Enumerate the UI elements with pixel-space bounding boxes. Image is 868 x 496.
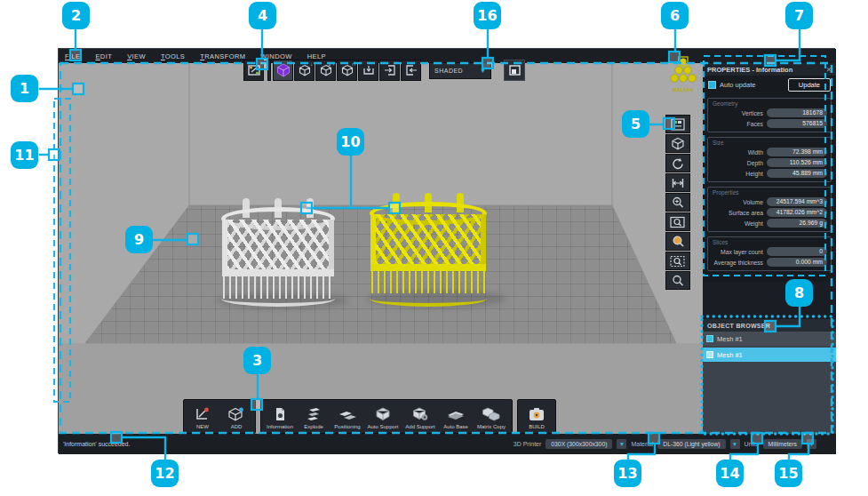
volume-field[interactable]: 24517.594 mm^3: [767, 197, 827, 206]
brand-logo: MALYAN: [663, 56, 704, 100]
surface-area-field[interactable]: 41782.026 mm^2: [767, 208, 827, 217]
positioning-button[interactable]: Positioning: [331, 402, 363, 431]
callout-badge-15: 15: [775, 460, 802, 487]
max-layer-count-row: Max layer count 0: [712, 247, 827, 256]
ball-pyramid-logo-icon: [665, 56, 701, 86]
properties-panel-button[interactable]: [665, 115, 690, 133]
matrix-copy-button[interactable]: Matrix Copy: [474, 402, 509, 431]
file-actions-group: NEW ADD: [183, 399, 256, 434]
view-toolbar: ↓ ⤺ ∩ SHADED ▼: [243, 59, 525, 82]
add-support-button[interactable]: Add Support: [402, 402, 438, 431]
view-top-button[interactable]: ∩: [337, 60, 357, 81]
menu-item-file[interactable]: FILE: [65, 52, 80, 60]
height-field[interactable]: 45.889 mm: [767, 169, 827, 178]
auto-support-button[interactable]: Auto Support: [365, 402, 401, 431]
depth-field[interactable]: 110.526 mm: [767, 158, 827, 167]
weight-field[interactable]: 26.969 g: [767, 219, 827, 228]
faces-field[interactable]: 576815: [767, 119, 827, 128]
action-toolbar: NEW ADD Information: [183, 399, 556, 434]
new-button[interactable]: NEW: [187, 402, 219, 431]
material-dropdown-arrow-icon[interactable]: ▼: [730, 439, 740, 449]
menu-item-edit[interactable]: EDIT: [95, 52, 112, 60]
callout-badge-5: 5: [622, 110, 649, 138]
menu-item-transform[interactable]: TRANSFORM: [200, 52, 245, 60]
volume-label: Volume: [712, 199, 767, 205]
add-button[interactable]: ADD: [220, 402, 252, 431]
printer-select[interactable]: 030X (300x300x300): [545, 439, 612, 449]
scale-button[interactable]: [665, 173, 690, 192]
surface-area-label: Surface area: [712, 210, 767, 216]
material-select[interactable]: DL-360 (Light yellow): [657, 439, 725, 449]
size-group: Size Width 72.398 mm Depth 110.526 mm He…: [707, 137, 832, 182]
view-bottom-button[interactable]: [358, 60, 378, 81]
zoom-extents-button[interactable]: [665, 271, 690, 290]
auto-base-label: Auto Base: [443, 424, 468, 429]
rotate-icon: [671, 156, 685, 170]
chevron-down-icon: ▼: [480, 68, 486, 74]
max-layer-count-field[interactable]: 0: [767, 247, 827, 256]
faces-label: Faces: [712, 121, 767, 127]
callout-badge-4: 4: [249, 2, 276, 29]
callout-badge-10: 10: [337, 128, 364, 156]
information-icon: [271, 406, 289, 422]
zoom-selection-button[interactable]: [665, 252, 690, 270]
snapshot-button[interactable]: [504, 60, 525, 81]
close-icon[interactable]: ✕: [826, 66, 832, 74]
add-label: ADD: [231, 424, 243, 429]
vertices-field[interactable]: 181678: [767, 108, 827, 117]
height-label: Height: [712, 171, 767, 177]
callout-badge-11: 11: [11, 141, 38, 169]
shade-mode-value: SHADED: [434, 68, 463, 74]
visibility-checkbox[interactable]: [706, 351, 713, 358]
average-thickness-field[interactable]: 0.000 mm: [767, 258, 827, 267]
viewport-3d[interactable]: [59, 63, 703, 434]
height-row: Height 45.889 mm: [712, 169, 827, 178]
matrix-copy-icon: [482, 406, 501, 422]
view-rotate-button[interactable]: ⤺: [315, 60, 336, 81]
model-mesh-yellow[interactable]: [370, 193, 487, 301]
model-mesh-white[interactable]: [221, 198, 335, 301]
model-bottom-rim: [370, 291, 487, 307]
auto-base-button[interactable]: Auto Base: [440, 402, 472, 431]
zoom-in-button[interactable]: [665, 193, 690, 212]
object-browser-title: OBJECT BROWSER: [703, 319, 836, 332]
build-button[interactable]: BUILD: [521, 402, 553, 431]
zoom-object-button[interactable]: [665, 232, 690, 251]
properties-panel-icon: [671, 118, 685, 131]
shade-mode-dropdown[interactable]: SHADED ▼: [429, 62, 491, 79]
units-dropdown-arrow-icon[interactable]: ▼: [807, 439, 816, 449]
model-bottom-rim: [221, 291, 335, 307]
information-button[interactable]: Information: [264, 402, 296, 431]
update-button[interactable]: Update: [788, 78, 831, 92]
fit-to-screen-button[interactable]: [243, 60, 264, 81]
view-shaded-button[interactable]: [273, 60, 293, 81]
units-select[interactable]: Millimeters: [763, 439, 802, 449]
information-label: Information: [267, 424, 293, 429]
auto-update-checkbox[interactable]: [708, 81, 716, 89]
callout-badge-9: 9: [125, 226, 153, 253]
printer-dropdown-arrow-icon[interactable]: ▼: [617, 439, 626, 449]
zoom-window-button[interactable]: [665, 212, 690, 231]
object-browser-item-2-selected[interactable]: Mesh #1: [703, 348, 836, 362]
menu-item-view[interactable]: VIEW: [127, 52, 146, 60]
menu-item-tools[interactable]: TOOLS: [161, 52, 185, 60]
object-browser-item-1[interactable]: Mesh #1: [703, 332, 836, 346]
build-group: BUILD: [517, 399, 556, 434]
view-left-button[interactable]: [401, 60, 421, 81]
add-support-icon: [411, 406, 429, 422]
width-label: Width: [712, 149, 767, 156]
depth-row: Depth 110.526 mm: [712, 158, 827, 167]
properties-panel-title: PROPERTIES - Information: [707, 66, 792, 74]
object-mode-button[interactable]: [665, 134, 690, 153]
view-isometric-button[interactable]: ↓: [294, 60, 315, 81]
rotate-view-button[interactable]: [665, 154, 690, 172]
view-right-button[interactable]: [379, 60, 400, 81]
width-row: Width 72.398 mm: [712, 148, 827, 156]
callout-badge-7: 7: [785, 2, 813, 29]
object-label: Mesh #1: [717, 351, 743, 359]
visibility-checkbox[interactable]: [706, 335, 713, 342]
width-field[interactable]: 72.398 mm: [767, 148, 827, 156]
explode-button[interactable]: Explode: [298, 402, 330, 431]
zoom-object-icon: [671, 235, 685, 248]
max-layer-count-label: Max layer count: [712, 249, 767, 255]
